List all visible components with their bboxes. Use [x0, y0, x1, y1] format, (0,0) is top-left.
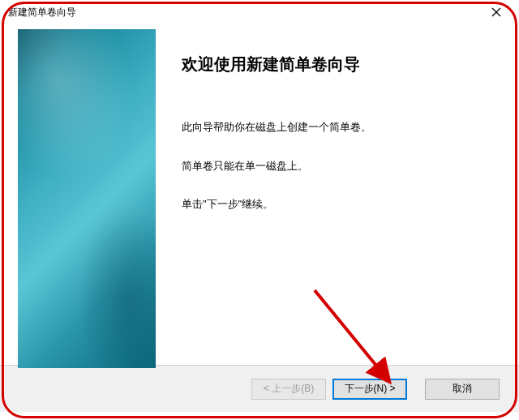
- content-area: 欢迎使用新建简单卷向导 此向导帮助你在磁盘上创建一个简单卷。 简单卷只能在单一磁…: [0, 24, 519, 365]
- wizard-sidebar-graphic: [18, 29, 156, 368]
- wizard-text-1: 此向导帮助你在磁盘上创建一个简单卷。: [182, 119, 495, 135]
- wizard-heading: 欢迎使用新建简单卷向导: [182, 54, 495, 75]
- next-button[interactable]: 下一步(N) >: [332, 379, 407, 400]
- close-icon: [491, 7, 501, 17]
- main-content: 欢迎使用新建简单卷向导 此向导帮助你在磁盘上创建一个简单卷。 简单卷只能在单一磁…: [156, 24, 519, 365]
- window-title: 新建简单卷向导: [8, 6, 76, 19]
- wizard-text-2: 简单卷只能在单一磁盘上。: [182, 158, 495, 174]
- wizard-text-3: 单击"下一步"继续。: [182, 196, 495, 212]
- cancel-button[interactable]: 取消: [425, 379, 500, 400]
- back-button: < 上一步(B): [251, 379, 326, 400]
- button-bar: < 上一步(B) 下一步(N) > 取消: [0, 365, 519, 412]
- close-button[interactable]: [480, 1, 513, 24]
- title-bar: 新建简单卷向导: [0, 0, 519, 24]
